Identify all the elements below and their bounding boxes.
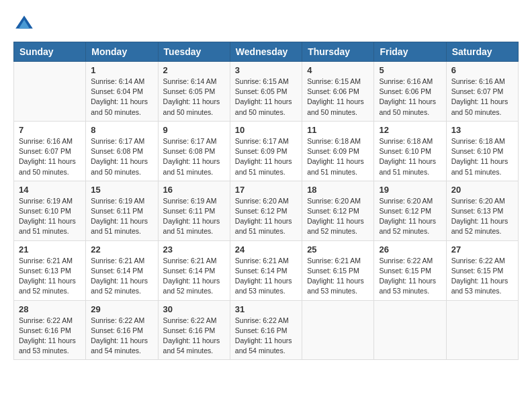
calendar-cell [446,300,518,360]
day-number: 28 [19,304,81,314]
day-number: 30 [163,304,225,314]
day-number: 9 [163,125,225,135]
calendar-cell: 3Sunrise: 6:15 AMSunset: 6:05 PMDaylight… [230,62,302,122]
week-row-2: 7Sunrise: 6:16 AMSunset: 6:07 PMDaylight… [14,121,519,181]
calendar-cell: 14Sunrise: 6:19 AMSunset: 6:10 PMDayligh… [14,181,86,240]
day-info: Sunrise: 6:22 AMSunset: 6:16 PMDaylight:… [235,316,297,357]
day-info: Sunrise: 6:16 AMSunset: 6:06 PMDaylight:… [379,77,441,118]
day-info: Sunrise: 6:19 AMSunset: 6:11 PMDaylight:… [163,196,225,237]
day-info: Sunrise: 6:18 AMSunset: 6:10 PMDaylight:… [451,136,513,177]
day-number: 22 [91,244,152,255]
day-number: 19 [379,185,441,195]
day-number: 1 [91,65,152,75]
day-number: 18 [307,185,369,195]
day-number: 17 [235,185,297,195]
weekday-wednesday: Wednesday [230,42,302,62]
day-number: 5 [379,65,441,75]
day-info: Sunrise: 6:17 AMSunset: 6:08 PMDaylight:… [91,136,152,177]
weekday-friday: Friday [374,42,446,62]
day-info: Sunrise: 6:21 AMSunset: 6:14 PMDaylight:… [235,256,297,297]
day-number: 10 [235,125,297,135]
calendar-cell: 28Sunrise: 6:22 AMSunset: 6:16 PMDayligh… [14,300,86,360]
day-number: 7 [19,125,81,135]
day-info: Sunrise: 6:17 AMSunset: 6:09 PMDaylight:… [235,136,297,177]
day-number: 12 [379,125,441,135]
calendar-cell [374,300,446,360]
calendar-cell: 9Sunrise: 6:17 AMSunset: 6:08 PMDaylight… [158,121,230,181]
logo-icon [13,13,35,35]
logo [13,13,38,35]
day-info: Sunrise: 6:16 AMSunset: 6:07 PMDaylight:… [451,77,513,118]
day-info: Sunrise: 6:19 AMSunset: 6:10 PMDaylight:… [19,196,81,237]
day-number: 6 [451,65,513,75]
weekday-saturday: Saturday [446,42,518,62]
calendar-cell: 22Sunrise: 6:21 AMSunset: 6:14 PMDayligh… [86,240,158,300]
day-info: Sunrise: 6:21 AMSunset: 6:13 PMDaylight:… [19,256,81,297]
day-info: Sunrise: 6:21 AMSunset: 6:15 PMDaylight:… [307,256,369,297]
day-info: Sunrise: 6:20 AMSunset: 6:12 PMDaylight:… [307,196,369,237]
calendar-cell: 20Sunrise: 6:20 AMSunset: 6:13 PMDayligh… [446,181,518,240]
day-number: 23 [163,244,225,255]
calendar-cell: 6Sunrise: 6:16 AMSunset: 6:07 PMDaylight… [446,62,518,122]
day-info: Sunrise: 6:20 AMSunset: 6:13 PMDaylight:… [451,196,513,237]
week-row-3: 14Sunrise: 6:19 AMSunset: 6:10 PMDayligh… [14,181,519,240]
weekday-thursday: Thursday [302,42,374,62]
calendar-cell: 24Sunrise: 6:21 AMSunset: 6:14 PMDayligh… [230,240,302,300]
calendar-cell: 31Sunrise: 6:22 AMSunset: 6:16 PMDayligh… [230,300,302,360]
day-info: Sunrise: 6:15 AMSunset: 6:05 PMDaylight:… [235,77,297,118]
day-info: Sunrise: 6:21 AMSunset: 6:14 PMDaylight:… [163,256,225,297]
calendar: SundayMondayTuesdayWednesdayThursdayFrid… [13,42,519,360]
day-number: 26 [379,244,441,255]
day-info: Sunrise: 6:22 AMSunset: 6:16 PMDaylight:… [19,316,81,357]
day-info: Sunrise: 6:21 AMSunset: 6:14 PMDaylight:… [91,256,152,297]
day-number: 20 [451,185,513,195]
day-number: 14 [19,185,81,195]
calendar-cell [302,300,374,360]
day-info: Sunrise: 6:15 AMSunset: 6:06 PMDaylight:… [307,77,369,118]
calendar-cell: 13Sunrise: 6:18 AMSunset: 6:10 PMDayligh… [446,121,518,181]
weekday-header-row: SundayMondayTuesdayWednesdayThursdayFrid… [14,42,519,62]
calendar-cell: 7Sunrise: 6:16 AMSunset: 6:07 PMDaylight… [14,121,86,181]
calendar-cell: 12Sunrise: 6:18 AMSunset: 6:10 PMDayligh… [374,121,446,181]
weekday-sunday: Sunday [14,42,86,62]
day-info: Sunrise: 6:22 AMSunset: 6:15 PMDaylight:… [379,256,441,297]
calendar-cell: 29Sunrise: 6:22 AMSunset: 6:16 PMDayligh… [86,300,158,360]
day-info: Sunrise: 6:20 AMSunset: 6:12 PMDaylight:… [235,196,297,237]
calendar-cell: 17Sunrise: 6:20 AMSunset: 6:12 PMDayligh… [230,181,302,240]
calendar-cell: 1Sunrise: 6:14 AMSunset: 6:04 PMDaylight… [86,62,158,122]
day-number: 31 [235,304,297,314]
calendar-body: 1Sunrise: 6:14 AMSunset: 6:04 PMDaylight… [14,62,519,360]
day-number: 13 [451,125,513,135]
day-info: Sunrise: 6:18 AMSunset: 6:10 PMDaylight:… [379,136,441,177]
weekday-monday: Monday [86,42,158,62]
calendar-cell: 15Sunrise: 6:19 AMSunset: 6:11 PMDayligh… [86,181,158,240]
header [13,13,519,35]
day-number: 29 [91,304,152,314]
calendar-cell: 19Sunrise: 6:20 AMSunset: 6:12 PMDayligh… [374,181,446,240]
calendar-cell: 8Sunrise: 6:17 AMSunset: 6:08 PMDaylight… [86,121,158,181]
week-row-4: 21Sunrise: 6:21 AMSunset: 6:13 PMDayligh… [14,240,519,300]
day-info: Sunrise: 6:17 AMSunset: 6:08 PMDaylight:… [163,136,225,177]
day-number: 2 [163,65,225,75]
day-number: 4 [307,65,369,75]
weekday-tuesday: Tuesday [158,42,230,62]
day-number: 16 [163,185,225,195]
calendar-cell: 18Sunrise: 6:20 AMSunset: 6:12 PMDayligh… [302,181,374,240]
week-row-1: 1Sunrise: 6:14 AMSunset: 6:04 PMDaylight… [14,62,519,122]
day-info: Sunrise: 6:22 AMSunset: 6:16 PMDaylight:… [163,316,225,357]
day-number: 15 [91,185,152,195]
day-number: 24 [235,244,297,255]
calendar-cell [14,62,86,122]
day-number: 8 [91,125,152,135]
day-info: Sunrise: 6:22 AMSunset: 6:16 PMDaylight:… [91,316,152,357]
day-number: 27 [451,244,513,255]
day-info: Sunrise: 6:14 AMSunset: 6:05 PMDaylight:… [163,77,225,118]
calendar-cell: 5Sunrise: 6:16 AMSunset: 6:06 PMDaylight… [374,62,446,122]
calendar-cell: 30Sunrise: 6:22 AMSunset: 6:16 PMDayligh… [158,300,230,360]
day-info: Sunrise: 6:14 AMSunset: 6:04 PMDaylight:… [91,77,152,118]
day-info: Sunrise: 6:19 AMSunset: 6:11 PMDaylight:… [91,196,152,237]
day-info: Sunrise: 6:18 AMSunset: 6:09 PMDaylight:… [307,136,369,177]
calendar-cell: 23Sunrise: 6:21 AMSunset: 6:14 PMDayligh… [158,240,230,300]
calendar-cell: 25Sunrise: 6:21 AMSunset: 6:15 PMDayligh… [302,240,374,300]
day-info: Sunrise: 6:20 AMSunset: 6:12 PMDaylight:… [379,196,441,237]
